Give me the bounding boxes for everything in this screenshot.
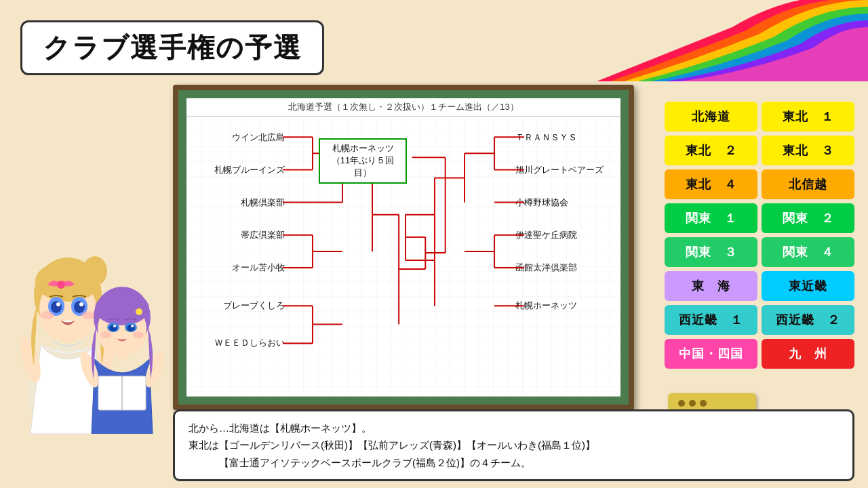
- region-btn-tohoku4[interactable]: 東北 ４: [665, 169, 757, 199]
- svg-point-76: [100, 331, 111, 338]
- title-box: クラブ選手権の予選: [20, 20, 324, 75]
- region-btn-tohoku3[interactable]: 東北 ３: [762, 136, 854, 165]
- small-character: [75, 244, 170, 434]
- bracket-header: 北海道予選（１次無し・２次扱い）１チーム進出（／13）: [186, 98, 620, 117]
- region-btn-kanto4[interactable]: 関東 ４: [762, 237, 854, 267]
- region-btn-tokai[interactable]: 東 海: [665, 271, 757, 301]
- rainbow-decoration: [597, 0, 868, 81]
- svg-point-74: [113, 325, 116, 327]
- bracket-content: ウイン北広島 札幌ブルーインズ 札幌倶楽部 帯広倶楽部 オール苫小牧 ブレーブく…: [186, 117, 620, 396]
- region-buttons: 北海道 東北 １ 東北 ２ 東北 ３ 東北 ４ 北信越 関東 １ 関東 ２ 関東…: [665, 102, 854, 369]
- region-btn-kanto3[interactable]: 関東 ３: [665, 237, 757, 267]
- text-line-2: 東北は【ゴールデンリバース(秋田)】【弘前アレッズ(青森)】【オールいわき(福島…: [189, 436, 839, 454]
- winner-box: 札幌ホーネッツ（11年ぶり５回目）: [319, 138, 407, 184]
- eraser-dot-2: [689, 400, 696, 407]
- svg-point-60: [57, 281, 65, 289]
- svg-point-54: [51, 301, 62, 313]
- region-btn-nishikinki1[interactable]: 西近畿 １: [665, 305, 757, 335]
- region-btn-kyushu[interactable]: 九 州: [762, 339, 854, 369]
- region-btn-tohoku1[interactable]: 東北 １: [762, 102, 854, 131]
- region-btn-chugokushikoku[interactable]: 中国・四国: [665, 339, 757, 369]
- character-area: [0, 176, 176, 434]
- chalkboard: 北海道予選（１次無し・２次扱い）１チーム進出（／13） ウイン北広島 札幌ブルー…: [173, 85, 634, 410]
- text-line-3: 【富士通アイソテックベースボールクラブ(福島２位)】の４チーム。: [189, 454, 839, 472]
- svg-point-58: [41, 311, 54, 319]
- svg-point-56: [56, 302, 60, 306]
- region-btn-kanto1[interactable]: 関東 １: [665, 203, 757, 233]
- svg-point-72: [109, 325, 117, 331]
- bracket-container: 北海道予選（１次無し・２次扱い）１チーム進出（／13） ウイン北広島 札幌ブルー…: [186, 98, 620, 396]
- svg-point-73: [127, 325, 135, 331]
- svg-point-78: [136, 308, 142, 315]
- svg-point-75: [131, 325, 134, 327]
- svg-point-69: [95, 291, 149, 325]
- region-btn-nishikinki2[interactable]: 西近畿 ２: [762, 305, 854, 335]
- winner-text: 札幌ホーネッツ（11年ぶり５回目）: [332, 143, 394, 178]
- region-btn-tohoku2[interactable]: 東北 ２: [665, 136, 757, 165]
- region-btn-kanto2[interactable]: 関東 ２: [762, 203, 854, 233]
- text-box: 北から…北海道は【札幌ホーネッツ】。 東北は【ゴールデンリバース(秋田)】【弘前…: [173, 409, 854, 482]
- region-btn-hokkaido[interactable]: 北海道: [665, 102, 757, 131]
- eraser-dot-3: [700, 400, 707, 407]
- page-title: クラブ選手権の予選: [43, 33, 302, 62]
- eraser-dot-1: [678, 400, 685, 407]
- svg-point-77: [133, 331, 144, 338]
- region-btn-hokushinetsu[interactable]: 北信越: [762, 169, 854, 199]
- text-line-1: 北から…北海道は【札幌ホーネッツ】。: [189, 420, 839, 437]
- region-btn-higaskinki[interactable]: 東近畿: [762, 271, 854, 301]
